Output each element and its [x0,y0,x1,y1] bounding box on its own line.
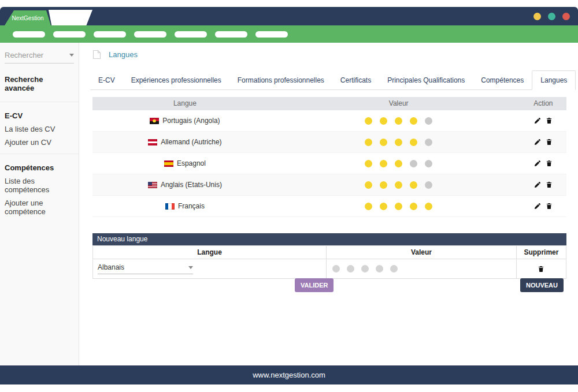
sidebar-item-advanced-search[interactable]: Recherche avancée [0,70,79,97]
new-button[interactable]: NOUVEAU [520,278,564,292]
rating-dot[interactable] [332,265,340,272]
delete-icon[interactable] [546,160,553,167]
tab-qualifications[interactable]: Principales Qualifications [379,71,473,89]
page-title: Langues [92,50,138,59]
rating-dot [410,117,417,125]
sidebar-item-competence-list[interactable]: Liste des compétences [0,174,79,196]
rating-dot [395,117,402,125]
sidebar-section-ecv: E-CV [0,107,79,122]
nav-menu-item[interactable] [53,31,86,38]
new-language-panel-title: Nouveau langue [92,233,566,245]
new-language-header: Langue Valeur Supprimer [93,246,566,259]
language-select-value: Albanais [98,263,124,271]
rating-dot [425,203,432,210]
rating-dot[interactable] [376,265,383,272]
delete-icon[interactable] [546,117,553,124]
edit-icon[interactable] [534,117,541,124]
main-menu-bar [0,25,578,43]
rating [277,139,520,146]
rating-dot[interactable] [347,265,354,272]
tab-permis[interactable]: Permis de circulation [576,71,578,89]
rating-dot [425,181,432,189]
rating-dot [395,139,402,146]
app-window: NextGestion Rechercher Recherche avancée… [0,0,578,392]
tab-experiences[interactable]: Expériences professionnelles [123,71,229,89]
tab-formations[interactable]: Formations professionnelles [229,71,332,89]
close-dot-icon[interactable] [562,13,570,20]
nav-menu-item[interactable] [175,31,207,38]
table-row: Allemand (Autriche) [92,132,566,153]
rating-dot [365,181,372,189]
action-cell [520,160,566,167]
language-cell: Espagnol [92,159,277,167]
rating-dot [410,160,417,167]
language-cell: Anglais (Etats-Unis) [92,181,277,189]
minimize-dot-icon[interactable] [533,13,541,20]
menu-items [13,31,288,38]
tab-langues[interactable]: Langues [532,70,576,90]
nav-menu-item[interactable] [134,31,166,38]
delete-cell [517,259,566,278]
action-cell [520,117,566,124]
nav-menu-item[interactable] [215,31,247,38]
tab-ecv[interactable]: E-CV [90,71,123,89]
edit-icon[interactable] [534,203,541,210]
delete-icon[interactable] [538,266,544,272]
rating-dot [395,181,402,189]
search-select[interactable]: Rechercher [5,51,74,64]
rating-dot [410,203,417,210]
rating-dot [425,139,432,146]
edit-icon[interactable] [534,139,541,145]
sidebar-item-cv-add[interactable]: Ajouter un CV [0,136,79,149]
window-controls [533,13,570,20]
validate-button[interactable]: VALIDER [295,278,334,292]
tab-competences[interactable]: Compétences [473,71,532,89]
delete-icon[interactable] [546,181,553,188]
rating-dot [365,139,372,146]
rating-input [327,259,517,278]
delete-icon[interactable] [546,139,553,145]
edit-icon[interactable] [534,181,541,188]
rating-dot [425,117,432,125]
sidebar-section-competences: Compétences [0,159,79,174]
language-cell: Français [92,202,277,210]
languages-table-header: Langue Valeur Action [92,97,566,110]
language-name: Français [178,202,205,210]
table-row: Anglais (Etats-Unis) [92,174,566,196]
nav-menu-item[interactable] [13,31,45,38]
rating-dot [365,117,372,125]
rating-dot[interactable] [390,265,398,272]
languages-table: Langue Valeur Action Portugais (Angola) [92,97,566,217]
rating-dot[interactable] [361,265,369,272]
language-select[interactable]: Albanais [98,263,193,274]
rating-dot [365,160,372,167]
rating-dot [410,139,417,146]
edit-icon[interactable] [534,160,541,167]
table-row: Français [92,196,566,217]
footer: www.nextgestion.com [0,365,578,384]
nav-menu-item[interactable] [94,31,126,38]
column-header-action: Action [520,97,566,110]
spain-flag-icon [164,160,173,167]
sidebar-item-cv-list[interactable]: La liste des CV [0,122,79,136]
usa-flag-icon [148,182,157,188]
rating-dot [380,160,387,167]
sidebar-divider [0,154,79,154]
sidebar-item-competence-add[interactable]: Ajouter une compétence [0,196,79,218]
delete-icon[interactable] [546,203,553,210]
tab-certificats[interactable]: Certificats [332,71,379,89]
main-content: Langues E-CV Expériences professionnelle… [80,43,578,365]
document-icon [92,50,101,59]
chevron-down-icon [188,266,193,269]
title-bar: NextGestion [0,7,578,25]
titlebar-tab-placeholder [49,10,92,25]
column-header-langue: Langue [93,246,327,259]
maximize-dot-icon[interactable] [548,13,555,20]
rating-dot [425,160,432,167]
brand-logo[interactable]: NextGestion [5,10,51,25]
footer-url: www.nextgestion.com [253,371,325,379]
nav-menu-item[interactable] [255,31,288,38]
table-row: Portugais (Angola) [92,110,566,132]
button-row: VALIDER NOUVEAU [92,278,566,293]
rating-dot [380,139,387,146]
